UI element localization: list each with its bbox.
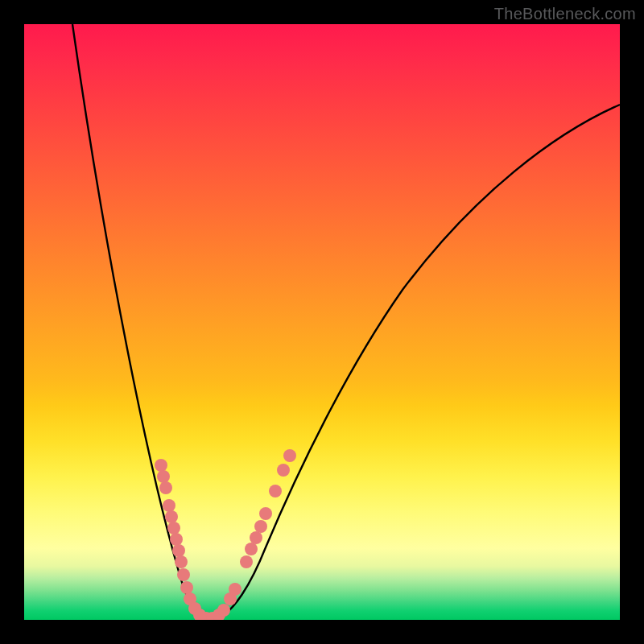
plot-area [24,24,620,620]
scatter-point [259,507,272,520]
scatter-point [250,531,262,544]
scatter-point [283,449,296,462]
scatter-point [269,485,282,497]
scatter-point [177,568,190,581]
scatter-point [254,520,267,533]
scatter-point [240,555,253,568]
scatter-point [175,555,188,568]
scatter-point [159,481,172,494]
scatter-point [277,464,290,477]
scatter-point [229,583,242,596]
bottleneck-curve [24,24,620,620]
scatter-point [245,543,258,555]
chart-frame: TheBottleneck.com [0,0,644,644]
watermark-text: TheBottleneck.com [494,5,636,23]
v-curve-path [72,24,620,618]
scatter-point [217,604,230,617]
